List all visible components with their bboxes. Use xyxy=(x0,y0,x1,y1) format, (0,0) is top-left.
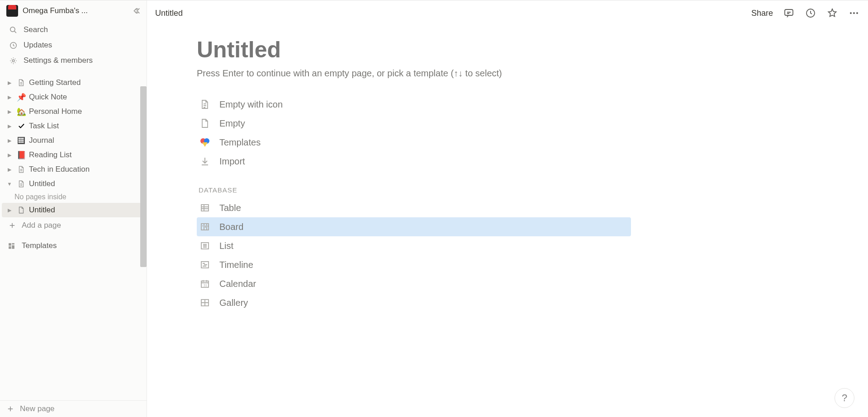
svg-rect-9 xyxy=(22,140,24,141)
db-option-calendar[interactable]: 31 Calendar xyxy=(197,274,631,293)
page-tree: ▶ Getting Started ▶ 📌 Quick Note ▶ 🏡 Per… xyxy=(0,75,147,234)
toggle-icon[interactable]: ▶ xyxy=(5,206,14,214)
board-icon xyxy=(199,220,211,233)
database-section-label: DATABASE xyxy=(199,186,631,194)
db-option-board[interactable]: Board xyxy=(197,217,631,236)
main-area: Untitled Share Press Enter to continue w… xyxy=(147,0,868,417)
book-icon: 📕 xyxy=(16,150,26,160)
gear-icon xyxy=(8,56,18,66)
db-option-table[interactable]: Table xyxy=(197,198,631,217)
svg-point-17 xyxy=(856,12,858,14)
page-quick-note[interactable]: ▶ 📌 Quick Note xyxy=(2,90,145,104)
template-hint: Press Enter to continue with an empty pa… xyxy=(197,68,631,79)
workspace-switcher[interactable]: Omega Fumba's ... xyxy=(0,0,147,21)
empty-subpages-label: No pages inside xyxy=(2,191,145,203)
topbar: Untitled Share xyxy=(147,0,868,26)
sidebar-updates[interactable]: Updates xyxy=(4,37,143,53)
svg-text:31: 31 xyxy=(204,284,207,287)
pin-icon: 📌 xyxy=(16,92,26,102)
svg-rect-8 xyxy=(20,140,22,141)
svg-rect-10 xyxy=(19,141,20,143)
templates-icon xyxy=(6,241,16,251)
plus-icon xyxy=(8,221,16,230)
page-journal[interactable]: ▶ Journal xyxy=(2,133,145,148)
page-icon xyxy=(16,205,26,215)
page-title-input[interactable] xyxy=(197,37,631,63)
toggle-icon[interactable]: ▶ xyxy=(5,165,14,173)
db-option-timeline[interactable]: Timeline xyxy=(197,255,631,274)
sidebar-templates[interactable]: Templates xyxy=(2,238,145,253)
toggle-icon[interactable]: ▶ xyxy=(5,122,14,130)
search-icon xyxy=(8,25,18,35)
svg-point-15 xyxy=(850,12,852,14)
page-blank-icon xyxy=(199,117,211,130)
toggle-icon[interactable]: ▶ xyxy=(5,79,14,87)
plus-icon xyxy=(6,405,14,413)
page-icon xyxy=(16,164,26,174)
svg-rect-7 xyxy=(19,140,20,141)
toggle-icon[interactable]: ▶ xyxy=(5,151,14,159)
option-import[interactable]: Import xyxy=(197,152,631,171)
clock-icon xyxy=(8,40,18,50)
new-page-button[interactable]: New page xyxy=(0,400,147,417)
svg-rect-11 xyxy=(20,141,22,143)
more-icon[interactable] xyxy=(848,7,860,19)
favorite-icon[interactable] xyxy=(826,7,838,19)
add-page-button[interactable]: Add a page xyxy=(2,217,145,234)
page-tech-in-education[interactable]: ▶ Tech in Education xyxy=(2,162,145,177)
share-button[interactable]: Share xyxy=(751,9,773,18)
page-personal-home[interactable]: ▶ 🏡 Personal Home xyxy=(2,104,145,119)
db-option-gallery[interactable]: Gallery xyxy=(197,293,631,312)
svg-rect-4 xyxy=(19,138,20,139)
option-empty-with-icon[interactable]: Empty with icon xyxy=(197,95,631,114)
sidebar-settings[interactable]: Settings & members xyxy=(4,53,143,68)
import-icon xyxy=(199,155,211,168)
page-task-list[interactable]: ▶ Task List xyxy=(2,119,145,133)
option-templates[interactable]: Templates xyxy=(197,133,631,152)
timeline-icon xyxy=(199,258,211,271)
sidebar-scrollbar[interactable] xyxy=(140,86,147,267)
house-icon: 🏡 xyxy=(16,107,26,117)
svg-rect-12 xyxy=(22,141,24,143)
comments-icon[interactable] xyxy=(783,7,795,19)
help-button[interactable]: ? xyxy=(835,388,854,408)
page-untitled-expanded[interactable]: ▼ Untitled xyxy=(2,177,145,191)
toggle-icon[interactable]: ▶ xyxy=(5,93,14,101)
sidebar: Omega Fumba's ... Search Updates Setting… xyxy=(0,0,147,417)
check-icon xyxy=(16,121,26,131)
page-untitled-active[interactable]: ▶ Untitled xyxy=(2,203,145,217)
collapse-sidebar-button[interactable] xyxy=(131,6,141,16)
page-getting-started[interactable]: ▶ Getting Started xyxy=(2,75,145,90)
db-option-list[interactable]: List xyxy=(197,236,631,255)
page-icon xyxy=(16,179,26,189)
calendar-icon: 31 xyxy=(199,277,211,290)
svg-rect-20 xyxy=(201,205,209,211)
updates-icon[interactable] xyxy=(805,7,816,19)
breadcrumb[interactable]: Untitled xyxy=(155,9,183,18)
svg-rect-5 xyxy=(20,138,22,139)
list-icon xyxy=(199,239,211,252)
workspace-avatar xyxy=(6,5,18,17)
gallery-icon xyxy=(199,296,211,309)
toggle-icon[interactable]: ▼ xyxy=(5,180,14,188)
option-empty[interactable]: Empty xyxy=(197,114,631,133)
svg-rect-6 xyxy=(22,138,24,139)
page-lines-icon xyxy=(199,98,211,111)
page-icon xyxy=(16,78,26,88)
workspace-name: Omega Fumba's ... xyxy=(23,6,129,15)
svg-point-16 xyxy=(853,12,855,14)
svg-point-2 xyxy=(12,60,14,62)
grid-icon xyxy=(16,136,26,145)
page-reading-list[interactable]: ▶ 📕 Reading List xyxy=(2,148,145,162)
toggle-icon[interactable]: ▶ xyxy=(5,136,14,145)
toggle-icon[interactable]: ▶ xyxy=(5,108,14,116)
table-icon xyxy=(199,201,211,214)
templates-color-icon xyxy=(199,136,211,149)
sidebar-search[interactable]: Search xyxy=(4,22,143,37)
svg-point-0 xyxy=(10,27,14,31)
svg-rect-21 xyxy=(201,224,209,230)
